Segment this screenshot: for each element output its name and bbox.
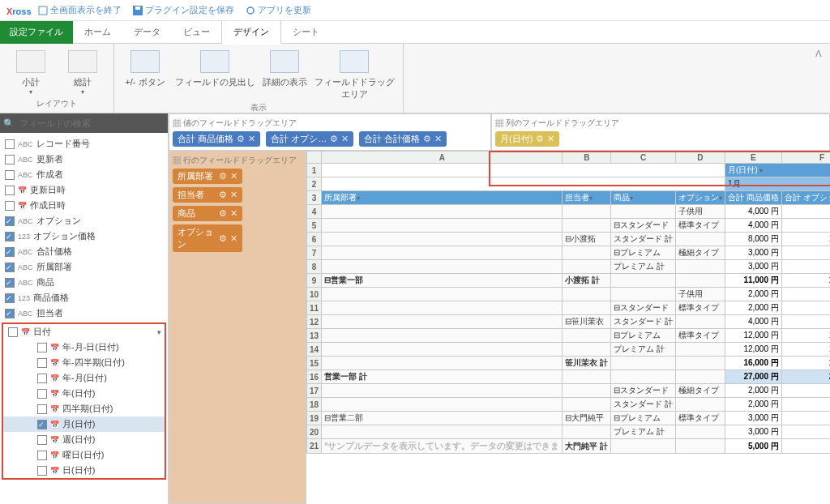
tab-sheet[interactable]: シート <box>281 21 331 43</box>
col-pill-0[interactable]: 月(日付)⚙✕ <box>495 131 559 147</box>
grid-cell[interactable]: ⊟小渡拓 <box>563 233 611 246</box>
grid-cell[interactable] <box>675 398 725 412</box>
fieldheader-button[interactable]: フィールドの見出し <box>174 50 255 88</box>
grid-cell[interactable]: 2,000 円 <box>725 288 781 301</box>
grid-cell[interactable] <box>675 425 725 439</box>
field-search[interactable]: 🔍 <box>0 113 168 133</box>
grid-cell[interactable]: プレミアム 計 <box>611 260 676 274</box>
grid-cell[interactable] <box>611 274 676 288</box>
grid-cell[interactable]: 350 円 <box>781 246 830 260</box>
grid-cell[interactable]: 350 円 <box>781 398 830 412</box>
grid-cell[interactable]: 200 円 <box>781 288 830 301</box>
tab-data[interactable]: データ <box>122 21 172 43</box>
checkbox[interactable] <box>37 374 47 383</box>
grid-cell[interactable] <box>563 370 611 384</box>
grid-cell[interactable]: 4,000 円 <box>725 205 781 219</box>
field-item[interactable]: ABCレコード番号 <box>0 136 168 152</box>
grid-cell[interactable] <box>322 343 563 357</box>
grid-cell[interactable]: 1,000 円 <box>781 233 830 246</box>
grid-cell[interactable] <box>611 439 676 454</box>
grid-cell[interactable]: 2,000 円 <box>725 384 781 398</box>
grid-cell[interactable] <box>675 274 725 288</box>
tab-home[interactable]: ホーム <box>73 21 122 43</box>
grid-cell[interactable]: 16,000 円 <box>725 357 781 370</box>
grid-cell[interactable]: 350 円 <box>781 384 830 398</box>
gear-icon[interactable]: ⚙ <box>219 171 227 181</box>
exit-fullscreen-link[interactable]: 全画面表示を終了 <box>38 4 122 16</box>
collapse-ribbon[interactable]: ᐱ <box>807 44 830 113</box>
grid-cell[interactable]: 27,000 円 <box>725 370 781 384</box>
field-item[interactable]: ABCオプション <box>0 213 168 229</box>
grid-cell[interactable] <box>675 233 725 246</box>
checkbox[interactable] <box>5 309 15 318</box>
grid-cell[interactable] <box>322 357 563 370</box>
close-icon[interactable]: ✕ <box>230 233 237 243</box>
gear-icon[interactable]: ⚙ <box>219 190 227 199</box>
grid-cell[interactable] <box>563 205 611 219</box>
grid-cell[interactable]: 300 円 <box>781 425 830 439</box>
field-item-date-child[interactable]: 📅年-四半期(日付) <box>3 355 165 370</box>
field-item[interactable]: ABC担当者 <box>0 305 168 321</box>
grid-cell[interactable]: 極細タイプ <box>675 384 725 398</box>
grid-cell[interactable] <box>322 425 563 439</box>
gear-icon[interactable]: ⚙ <box>219 233 227 243</box>
grid-cell[interactable] <box>322 219 563 233</box>
grid-cell[interactable]: 標準タイプ <box>675 301 725 315</box>
row-pill-0[interactable]: 所属部署⚙✕ <box>173 169 242 184</box>
field-item-date-child[interactable]: 📅年-月(日付) <box>3 370 165 386</box>
grid-cell[interactable]: ⊟スタンダード <box>611 301 676 315</box>
grid-cell[interactable]: 11,000 円 <box>725 274 781 288</box>
grid-cell[interactable] <box>563 343 611 357</box>
grid-cell[interactable] <box>322 260 563 274</box>
close-icon[interactable]: ✕ <box>230 171 237 181</box>
grid-cell[interactable]: 200 円 <box>781 301 830 315</box>
grid-cell[interactable] <box>563 425 611 439</box>
grid-cell[interactable]: 600 円 <box>781 219 830 233</box>
checkbox[interactable] <box>37 404 47 414</box>
tab-design[interactable]: デザイン <box>221 21 281 45</box>
grid-cell[interactable] <box>675 343 725 357</box>
checkbox[interactable] <box>37 435 47 445</box>
grid-cell[interactable] <box>563 398 611 412</box>
close-icon[interactable]: ✕ <box>230 190 237 199</box>
grid-cell[interactable] <box>611 288 676 301</box>
grid-cell[interactable]: ⊟プレミアム <box>611 246 676 260</box>
grid-cell[interactable] <box>675 260 725 274</box>
grid-cell[interactable]: 5,000 円 <box>725 439 781 454</box>
field-item[interactable]: ABC作成者 <box>0 167 168 182</box>
file-tab[interactable]: 設定ファイル <box>0 21 73 44</box>
grid-cell[interactable] <box>563 219 611 233</box>
grid-cell[interactable]: 小渡拓 計 <box>563 274 611 288</box>
row-pill-1[interactable]: 担当者⚙✕ <box>173 187 242 203</box>
grid-cell[interactable]: ⊟営業一部 <box>322 274 563 288</box>
grid-cell[interactable]: 大門純平 計 <box>563 439 611 454</box>
field-item[interactable]: 📅更新日時 <box>0 182 168 198</box>
grid-cell[interactable]: 標準タイプ <box>675 329 725 343</box>
grid-cell[interactable]: 2,000 円 <box>725 301 781 315</box>
values-dropzone[interactable]: 値のフィールドドラッグエリア 合計 商品価格⚙✕ 合計 オプシ…⚙✕ 合計 合計… <box>169 113 491 151</box>
grid-cell[interactable]: 子供用 <box>675 288 725 301</box>
grid-cell[interactable]: ⊟スタンダード <box>611 219 676 233</box>
grid-cell[interactable]: ⊟大門純平 <box>563 412 611 425</box>
grid-cell[interactable]: ⊟スタンダード <box>611 384 676 398</box>
grid-cell[interactable]: ⊟プレミアム <box>611 412 676 425</box>
save-plugin-link[interactable]: プラグイン設定を保存 <box>133 4 234 16</box>
grid-cell[interactable]: 12,000 円 <box>725 343 781 357</box>
grid-cell[interactable] <box>675 370 725 384</box>
checkbox[interactable] <box>37 343 47 352</box>
grid-cell[interactable] <box>322 398 563 412</box>
grid-cell[interactable] <box>322 288 563 301</box>
checkbox[interactable] <box>37 420 47 429</box>
gear-icon[interactable]: ⚙ <box>330 134 338 144</box>
grid-cell[interactable] <box>611 370 676 384</box>
field-item-date-child[interactable]: 📅年-月-日(日付) <box>3 340 165 355</box>
value-pill-1[interactable]: 合計 オプシ…⚙✕ <box>266 131 353 147</box>
grid-cell[interactable]: 営業一部 計 <box>322 370 563 384</box>
checkbox[interactable] <box>37 466 47 476</box>
search-input[interactable] <box>18 117 165 130</box>
checkbox[interactable] <box>5 247 15 257</box>
grid-cell[interactable]: 3,000 円 <box>725 425 781 439</box>
grid-cell[interactable] <box>563 260 611 274</box>
field-item-date-child[interactable]: 📅年(日付) <box>3 386 165 401</box>
grid-cell[interactable]: 笹川茉衣 計 <box>563 357 611 370</box>
